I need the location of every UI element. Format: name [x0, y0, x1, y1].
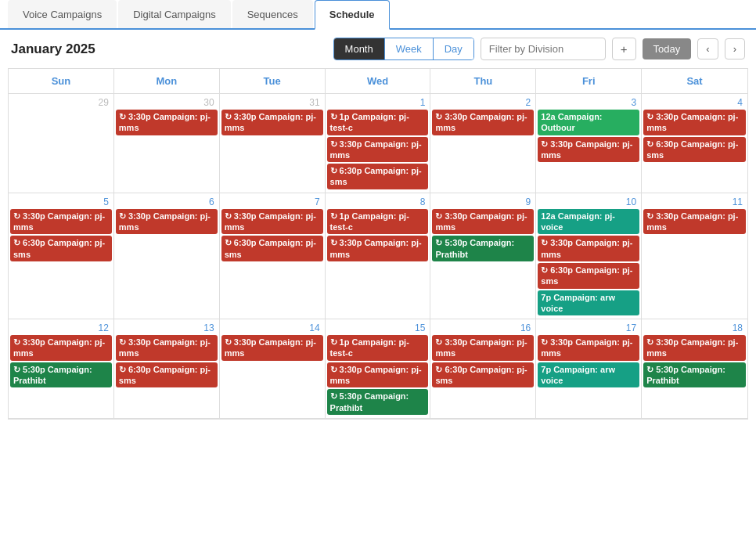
- today-button[interactable]: Today: [643, 38, 692, 59]
- calendar-event[interactable]: ↻ 6:30p Campaign: pj-sms: [327, 164, 429, 189]
- calendar-cell-6[interactable]: 6↻ 3:30p Campaign: pj-mms: [114, 193, 220, 319]
- calendar-cell-other-30[interactable]: 30↻ 3:30p Campaign: pj-mms: [114, 94, 220, 193]
- calendar-event[interactable]: ↻ 1p Campaign: pj-test-c: [327, 110, 429, 135]
- calendar-cell-16[interactable]: 16↻ 3:30p Campaign: pj-mms↻ 6:30p Campai…: [430, 319, 536, 419]
- header-sun: Sun: [9, 69, 114, 94]
- calendar-cell-17[interactable]: 17↻ 3:30p Campaign: pj-mms7p Campaign: a…: [536, 319, 642, 419]
- calendar-event[interactable]: ↻ 3:30p Campaign: pj-mms: [116, 209, 218, 235]
- calendar-event[interactable]: ↻ 3:30p Campaign: pj-mms: [432, 335, 534, 361]
- calendar-cell-other-29[interactable]: 29: [9, 94, 114, 193]
- calendar-event[interactable]: ↻ 5:30p Campaign: Prathibt: [10, 362, 112, 388]
- calendar-cell-10[interactable]: 1012a Campaign: pj-voice↻ 3:30p Campaign…: [536, 193, 642, 319]
- header-wed: Wed: [326, 69, 431, 94]
- calendar-grid: 2930↻ 3:30p Campaign: pj-mms31↻ 3:30p Ca…: [9, 94, 747, 419]
- calendar-event[interactable]: ↻ 3:30p Campaign: pj-mms: [538, 137, 639, 163]
- page-title: January 2025: [11, 41, 327, 57]
- calendar-event[interactable]: ↻ 3:30p Campaign: pj-mms: [327, 137, 429, 163]
- calendar-cell-4[interactable]: 4↻ 3:30p Campaign: pj-mms↻ 6:30p Campaig…: [642, 94, 747, 193]
- calendar-cell-15[interactable]: 15↻ 1p Campaign: pj-test-c↻ 3:30p Campai…: [326, 319, 431, 419]
- calendar-event[interactable]: ↻ 1p Campaign: pj-test-c: [327, 335, 429, 361]
- day-number: 13: [116, 321, 218, 335]
- calendar-event[interactable]: ↻ 3:30p Campaign: pj-mms: [221, 335, 323, 361]
- day-number: 1: [327, 95, 429, 110]
- calendar-event[interactable]: ↻ 3:30p Campaign: pj-mms: [116, 335, 218, 361]
- day-number: 9: [432, 195, 534, 209]
- day-number: 3: [538, 95, 639, 110]
- month-view-button[interactable]: Month: [334, 38, 385, 59]
- day-number: 17: [538, 321, 639, 335]
- filter-division-input[interactable]: [481, 38, 606, 60]
- header-tue: Tue: [220, 69, 326, 94]
- calendar-event[interactable]: ↻ 6:30p Campaign: pj-sms: [538, 263, 639, 289]
- calendar-cell-5[interactable]: 5↻ 3:30p Campaign: pj-mms↻ 6:30p Campaig…: [9, 193, 114, 319]
- day-number: 4: [643, 95, 746, 110]
- day-number: 18: [643, 321, 746, 335]
- day-number: 11: [643, 195, 746, 209]
- calendar-event[interactable]: ↻ 5:30p Campaign: Prathibt: [327, 389, 429, 415]
- calendar-event[interactable]: ↻ 3:30p Campaign: pj-mms: [10, 209, 112, 235]
- calendar-cell-18[interactable]: 18↻ 3:30p Campaign: pj-mms↻ 5:30p Campai…: [642, 319, 747, 419]
- calendar-event[interactable]: 7p Campaign: arw voice: [538, 290, 639, 316]
- day-number: 14: [221, 321, 323, 335]
- day-view-button[interactable]: Day: [434, 38, 473, 59]
- calendar-cell-11[interactable]: 11↻ 3:30p Campaign: pj-mms: [642, 193, 747, 319]
- calendar-event[interactable]: ↻ 3:30p Campaign: pj-mms: [643, 335, 746, 361]
- calendar-cell-other-31[interactable]: 31↻ 3:30p Campaign: pj-mms: [220, 94, 326, 193]
- calendar-event[interactable]: 7p Campaign: arw voice: [538, 362, 639, 388]
- calendar-event[interactable]: ↻ 3:30p Campaign: pj-mms: [10, 335, 112, 361]
- tab-voice-campaigns[interactable]: Voice Campaigns: [8, 0, 117, 28]
- calendar-event[interactable]: 12a Campaign: Outbour: [538, 110, 639, 135]
- day-number: 31: [221, 95, 323, 110]
- week-view-button[interactable]: Week: [385, 38, 434, 59]
- header-thu: Thu: [430, 69, 536, 94]
- calendar-cell-8[interactable]: 8↻ 1p Campaign: pj-test-c↻ 3:30p Campaig…: [326, 193, 431, 319]
- calendar-event[interactable]: ↻ 6:30p Campaign: pj-sms: [432, 362, 534, 388]
- next-button[interactable]: ›: [725, 38, 745, 59]
- calendar-event[interactable]: ↻ 6:30p Campaign: pj-sms: [643, 137, 746, 163]
- calendar-event[interactable]: ↻ 3:30p Campaign: pj-mms: [538, 236, 639, 261]
- calendar-cell-13[interactable]: 13↻ 3:30p Campaign: pj-mms↻ 6:30p Campai…: [114, 319, 220, 419]
- calendar-header: Sun Mon Tue Wed Thu Fri Sat: [9, 69, 747, 94]
- day-number: 16: [432, 321, 534, 335]
- calendar-cell-12[interactable]: 12↻ 3:30p Campaign: pj-mms↻ 5:30p Campai…: [9, 319, 114, 419]
- header-fri: Fri: [536, 69, 642, 94]
- day-number: 6: [116, 195, 218, 209]
- calendar-event[interactable]: ↻ 5:30p Campaign: Prathibt: [432, 236, 534, 261]
- calendar-event[interactable]: 12a Campaign: pj-voice: [538, 209, 639, 235]
- calendar-event[interactable]: ↻ 1p Campaign: pj-test-c: [327, 209, 429, 235]
- calendar-event[interactable]: ↻ 5:30p Campaign: Prathibt: [643, 362, 746, 388]
- calendar-event[interactable]: ↻ 3:30p Campaign: pj-mms: [432, 110, 534, 135]
- calendar-cell-3[interactable]: 312a Campaign: Outbour↻ 3:30p Campaign: …: [536, 94, 642, 193]
- calendar-event[interactable]: ↻ 6:30p Campaign: pj-sms: [10, 236, 112, 261]
- calendar-cell-7[interactable]: 7↻ 3:30p Campaign: pj-mms↻ 6:30p Campaig…: [220, 193, 326, 319]
- calendar-event[interactable]: ↻ 6:30p Campaign: pj-sms: [221, 236, 323, 261]
- calendar: Sun Mon Tue Wed Thu Fri Sat 2930↻ 3:30p …: [8, 68, 748, 420]
- calendar-event[interactable]: ↻ 3:30p Campaign: pj-mms: [643, 110, 746, 135]
- calendar-event[interactable]: ↻ 3:30p Campaign: pj-mms: [327, 236, 429, 261]
- calendar-cell-1[interactable]: 1↻ 1p Campaign: pj-test-c↻ 3:30p Campaig…: [326, 94, 431, 193]
- prev-button[interactable]: ‹: [697, 38, 718, 59]
- day-number: 7: [221, 195, 323, 209]
- day-number: 5: [10, 195, 112, 209]
- calendar-event[interactable]: ↻ 3:30p Campaign: pj-mms: [538, 335, 639, 361]
- calendar-cell-14[interactable]: 14↻ 3:30p Campaign: pj-mms: [220, 319, 326, 419]
- tab-digital-campaigns[interactable]: Digital Campaigns: [118, 0, 231, 28]
- tab-schedule[interactable]: Schedule: [315, 0, 390, 30]
- calendar-event[interactable]: ↻ 3:30p Campaign: pj-mms: [221, 209, 323, 235]
- calendar-cell-2[interactable]: 2↻ 3:30p Campaign: pj-mms: [430, 94, 536, 193]
- calendar-event[interactable]: ↻ 3:30p Campaign: pj-mms: [221, 110, 323, 135]
- day-number: 30: [116, 95, 218, 110]
- day-number: 12: [10, 321, 112, 335]
- calendar-event[interactable]: ↻ 3:30p Campaign: pj-mms: [643, 209, 746, 235]
- day-number: 2: [432, 95, 534, 110]
- tab-sequences[interactable]: Sequences: [232, 0, 313, 28]
- day-number: 10: [538, 195, 639, 209]
- calendar-event[interactable]: ↻ 3:30p Campaign: pj-mms: [327, 362, 429, 388]
- calendar-event[interactable]: ↻ 6:30p Campaign: pj-sms: [116, 362, 218, 388]
- calendar-event[interactable]: ↻ 3:30p Campaign: pj-mms: [432, 209, 534, 235]
- tabs-bar: Voice Campaigns Digital Campaigns Sequen…: [0, 0, 756, 30]
- day-number: 8: [327, 195, 429, 209]
- calendar-event[interactable]: ↻ 3:30p Campaign: pj-mms: [116, 110, 218, 135]
- add-button[interactable]: +: [612, 38, 636, 60]
- calendar-cell-9[interactable]: 9↻ 3:30p Campaign: pj-mms↻ 5:30p Campaig…: [430, 193, 536, 319]
